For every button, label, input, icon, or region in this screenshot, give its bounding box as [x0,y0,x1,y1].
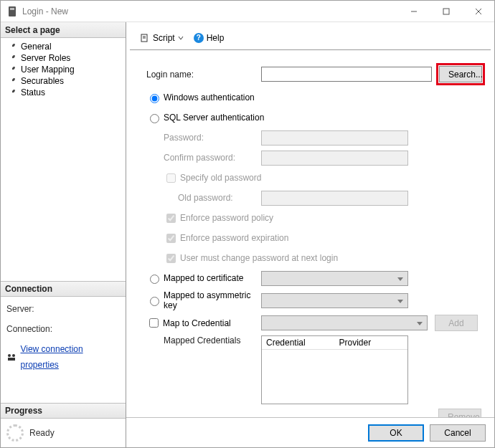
script-button[interactable]: Script [137,32,187,44]
remove-button: Remove [438,409,481,417]
must-change-checkbox [166,254,176,263]
mapped-credentials-grid: Credential Provider [261,335,408,404]
connection-header: Connection [1,281,126,297]
col-credential: Credential [262,336,335,350]
wrench-icon [8,65,16,74]
view-connection-properties-link[interactable]: View connection properties [20,341,120,373]
right-pane: Script ? Help Login name: Search... Wind… [126,22,494,447]
add-button: Add [435,315,478,331]
chevron-down-icon [178,35,184,41]
maximize-button[interactable] [430,1,462,22]
help-icon: ? [194,33,204,43]
footer: OK Cancel [126,417,494,447]
nav-user-mapping[interactable]: User Mapping [4,64,123,75]
password-input [261,130,408,146]
map-credential-checkbox[interactable] [149,318,159,328]
progress-header: Progress [1,403,126,419]
nav-securables[interactable]: Securables [4,75,123,87]
ok-button[interactable]: OK [368,424,424,442]
help-button[interactable]: ? Help [191,32,227,44]
mapped-credentials-label: Mapped Credentials [146,335,261,345]
left-pane: Select a page General Server Roles User … [1,22,126,447]
enforce-expiration-checkbox [166,234,176,243]
search-button[interactable]: Search... [439,66,482,82]
window: Login - New Select a page General Server… [0,0,495,448]
progress-spinner [6,424,24,442]
window-title: Login - New [22,6,397,16]
login-name-label: Login name: [146,70,261,80]
form-area: Login name: Search... Windows authentica… [126,50,494,417]
asymmetric-key-dropdown [261,293,408,308]
minimize-button[interactable] [397,1,430,22]
wrench-icon [8,54,16,62]
cancel-button[interactable]: Cancel [430,424,486,442]
connection-icon [6,352,16,362]
svg-rect-1 [10,8,14,10]
close-button[interactable] [462,1,494,22]
wrench-icon [8,88,16,97]
app-icon [6,6,18,17]
svg-point-7 [12,354,15,357]
nav-server-roles[interactable]: Server Roles [4,52,123,64]
script-icon [140,33,150,43]
nav-header: Select a page [1,22,126,38]
svg-point-6 [8,354,11,357]
certificate-dropdown [261,271,408,286]
svg-rect-3 [443,9,449,14]
credential-dropdown [261,315,428,330]
confirm-password-label: Confirm password: [146,153,261,163]
login-name-input[interactable] [261,67,432,82]
wrench-icon [8,77,16,85]
windows-auth-radio[interactable] [150,94,159,103]
mapped-cert-radio[interactable] [150,275,159,284]
nav-status[interactable]: Status [4,87,123,98]
col-provider: Provider [335,336,408,350]
wrench-icon [8,42,16,51]
sql-auth-radio[interactable] [150,114,159,123]
old-password-input [261,191,408,206]
password-label: Password: [146,133,261,143]
server-label: Server: [6,301,120,317]
enforce-policy-checkbox [166,214,176,223]
old-password-label: Old password: [146,193,261,203]
specify-old-password-checkbox [166,173,176,183]
nav-general[interactable]: General [4,41,123,52]
progress-status: Ready [29,428,55,438]
confirm-password-input [261,151,408,166]
mapped-asym-radio[interactable] [150,297,159,306]
titlebar: Login - New [1,1,494,22]
svg-rect-8 [8,358,15,361]
toolbar: Script ? Help [130,26,491,50]
connection-label: Connection: [6,321,120,337]
